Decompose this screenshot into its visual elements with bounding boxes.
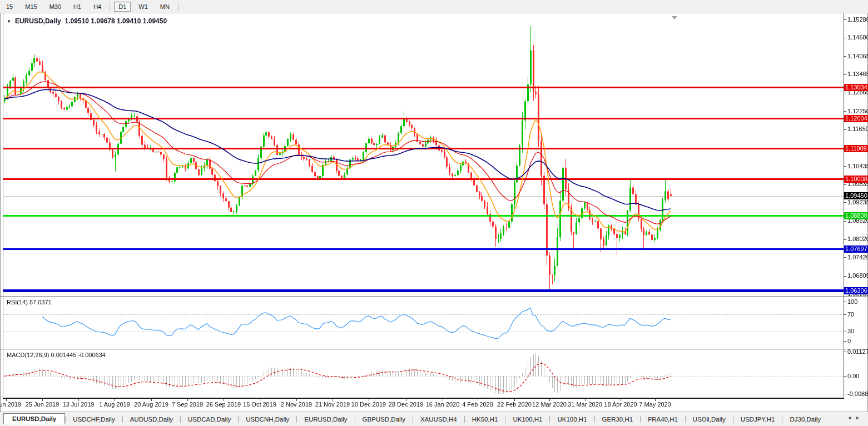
price-tick-label: 1.07420 [847, 254, 868, 261]
chart-tab-uk100-h1[interactable]: UK100,H1 [505, 414, 549, 424]
chart-title: ▼ EURUSD,Daily 1.09510 1.09678 1.09410 1… [7, 17, 167, 25]
tab-scroll-arrows: ◄► [847, 415, 864, 420]
macd-axis-label: 0.00 [847, 373, 868, 380]
price-tick-label: 1.14065 [847, 53, 868, 60]
price-badge-1.11009: 1.11009 [844, 145, 868, 152]
trading-platform-window: 15M15M30H1H4D1W1MN ▼ EURUSD,Daily 1.0951… [0, 0, 868, 426]
rsi-axis-label: 30 [847, 328, 868, 335]
chart-tab-ger30-h1[interactable]: GER30,H1 [595, 414, 641, 424]
price-badge-1.09450: 1.09450 [844, 192, 868, 199]
macd-indicator-label: MACD(12,26,9) 0.001445 -0.000634 [7, 352, 106, 358]
chart-tab-eurusd-daily[interactable]: EURUSD,Daily [297, 414, 354, 424]
price-badge-1.06306: 1.06306 [844, 287, 868, 294]
macd-axis-label: -0.008845 [847, 390, 868, 398]
price-tick-label: 1.09235 [847, 199, 868, 206]
chart-tab-usdchf-daily[interactable]: USDCHF,Daily [66, 414, 122, 424]
rsi-indicator-label: RSI(14) 57.0371 [7, 299, 52, 305]
price-badge-1.13034: 1.13034 [844, 84, 868, 91]
chart-tab-audusd-daily[interactable]: AUDUSD,Daily [123, 414, 180, 424]
timeframe-button-15[interactable]: 15 [2, 2, 17, 12]
chart-ohlc-values: 1.09510 1.09678 1.09410 1.09450 [65, 17, 167, 25]
tab-scroll-right-icon[interactable]: ► [855, 415, 864, 420]
chart-tab-usdjpy-h1[interactable]: USDJPY,H1 [733, 414, 782, 424]
chart-tab-usdcnh-daily[interactable]: USDCNH,Daily [239, 414, 296, 424]
chart-tab-usdcad-daily[interactable]: USDCAD,Daily [181, 414, 238, 424]
timeframe-button-h4[interactable]: H4 [89, 2, 106, 12]
chart-tabs: EURUSD,DailyUSDCHF,DailyAUDUSD,DailyUSDC… [0, 412, 868, 426]
chart-symbol-label: EURUSD,Daily [15, 17, 61, 25]
chart-tab-dj30-daily[interactable]: DJ30,Daily [782, 414, 828, 424]
price-badge-1.07697: 1.07697 [844, 245, 868, 253]
date-label: 7 May 2020 [632, 401, 678, 408]
price-tick-label: 1.08020 [847, 235, 868, 243]
timeframe-button-h1[interactable]: H1 [69, 2, 86, 12]
toolbar-divider [178, 2, 178, 11]
timeframe-button-m30[interactable]: M30 [45, 2, 66, 12]
price-tick-label: 1.15280 [847, 16, 868, 23]
price-tick-label: 1.06805 [847, 272, 868, 279]
price-tick-label: 1.13465 [847, 71, 868, 78]
price-badge-1.08800: 1.08800 [844, 212, 868, 219]
chart-canvas[interactable] [0, 0, 868, 426]
price-badge-1.10008: 1.10008 [844, 176, 868, 183]
price-tick-label: 1.12250 [847, 108, 868, 115]
chart-tab-usoil-daily[interactable]: USOil,Daily [686, 414, 733, 424]
toolbar-divider [110, 2, 110, 11]
rsi-axis-label: 70 [847, 311, 868, 318]
timeframe-button-w1[interactable]: W1 [134, 2, 152, 12]
chart-tab-gbpusd-daily[interactable]: GBPUSD,Daily [355, 414, 413, 424]
chart-tab-eurusd-daily[interactable]: EURUSD,Daily [3, 413, 65, 424]
price-tick-label: 1.14680 [847, 34, 868, 41]
timeframe-button-m15[interactable]: M15 [21, 2, 41, 12]
rsi-axis-label: 0 [847, 338, 868, 345]
price-tick-label: 1.10435 [847, 163, 868, 170]
price-badge-1.12004: 1.12004 [844, 115, 868, 122]
chart-tab-xauusd-h4[interactable]: XAUUSD,H4 [413, 414, 464, 424]
price-tick-label: 1.11650 [847, 126, 868, 133]
rsi-axis-label: 100 [847, 298, 868, 305]
chart-tab-hk50-h1[interactable]: HK50,H1 [465, 414, 505, 424]
symbol-dropdown-icon[interactable]: ▼ [7, 19, 11, 24]
chart-tab-fra40-h1[interactable]: FRA40,H1 [641, 414, 685, 424]
timeframe-button-d1[interactable]: D1 [114, 2, 131, 12]
macd-axis-label: 0.011277 [847, 348, 868, 355]
tab-scroll-left-icon[interactable]: ◄ [847, 415, 855, 420]
timeframe-button-mn[interactable]: MN [156, 2, 174, 12]
chart-tab-uk100-h1[interactable]: UK100,H1 [550, 414, 594, 424]
timeframe-toolbar: 15M15M30H1H4D1W1MN [0, 0, 868, 13]
